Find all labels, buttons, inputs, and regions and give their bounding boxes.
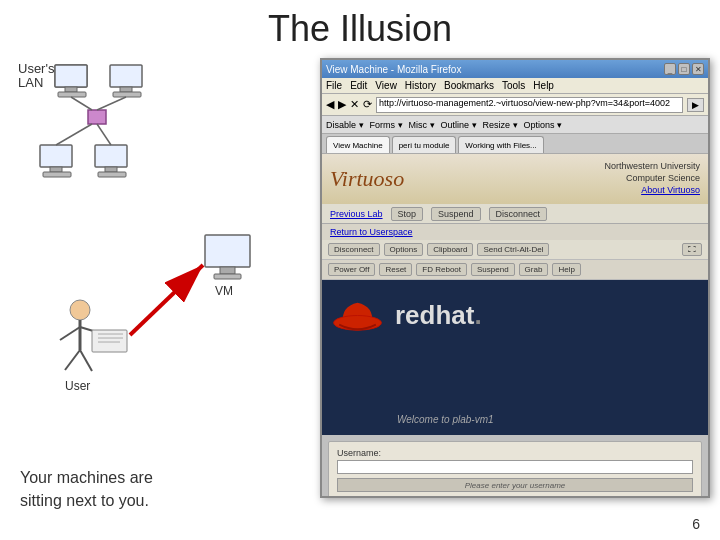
svg-rect-5 <box>58 92 86 97</box>
svg-text:User's: User's <box>18 61 55 76</box>
svg-rect-7 <box>120 87 132 92</box>
tabs-bar: View Machine peri tu module Working with… <box>322 134 708 154</box>
maximize-button[interactable]: □ <box>678 63 690 75</box>
svg-rect-13 <box>50 167 62 172</box>
window-controls[interactable]: _ □ ✕ <box>664 63 704 75</box>
university-name: Northwestern University <box>604 161 700 173</box>
go-button[interactable]: ▶ <box>687 98 704 112</box>
close-button[interactable]: ✕ <box>692 63 704 75</box>
menu-bookmarks[interactable]: Bookmarks <box>444 80 494 91</box>
svg-rect-17 <box>98 172 126 177</box>
username-input[interactable] <box>337 460 693 474</box>
svg-rect-21 <box>220 267 235 274</box>
svg-rect-4 <box>65 87 77 92</box>
stop-btn[interactable]: Stop <box>391 207 424 221</box>
bottom-text: Your machines are sitting next to you. <box>20 467 153 512</box>
username-placeholder: Please enter your username <box>337 478 693 492</box>
breadcrumb-bar: Return to Userspace <box>322 224 708 240</box>
tab-peri-module[interactable]: peri tu module <box>392 136 457 153</box>
svg-line-18 <box>56 124 92 145</box>
username-label: Username: <box>337 448 693 458</box>
menu-edit[interactable]: Edit <box>350 80 367 91</box>
tab-working-with: Working with Files... <box>458 136 543 153</box>
bookmarks-toolbar: Disable ▾ Forms ▾ Misc ▾ Outline ▾ Resiz… <box>322 116 708 134</box>
login-box: Username: Please enter your username <box>328 441 702 498</box>
stop-button[interactable]: ✕ <box>350 98 359 111</box>
menu-tools[interactable]: Tools <box>502 80 525 91</box>
reload-button[interactable]: ⟳ <box>363 98 372 111</box>
svg-line-10 <box>71 97 92 110</box>
redhat-hat-icon <box>330 288 385 343</box>
menu-history[interactable]: History <box>405 80 436 91</box>
menu-bar: File Edit View History Bookmarks Tools H… <box>322 78 708 94</box>
northwestern-info: Northwestern University Computer Science… <box>604 161 700 196</box>
page-title: The Illusion <box>0 0 720 54</box>
firefox-window: View Machine - Mozilla Firefox _ □ ✕ Fil… <box>320 58 710 498</box>
options-action[interactable]: Options <box>384 243 424 256</box>
svg-text:LAN: LAN <box>18 75 43 90</box>
disconnect-action[interactable]: Disconnect <box>328 243 380 256</box>
bottom-text-line2: sitting next to you. <box>20 490 153 512</box>
svg-rect-30 <box>92 330 127 352</box>
previous-lab-link[interactable]: Previous Lab <box>330 209 383 219</box>
suspend-btn[interactable]: Suspend <box>431 207 481 221</box>
back-button[interactable]: ◀ <box>326 98 334 111</box>
menu-help[interactable]: Help <box>533 80 554 91</box>
svg-rect-15 <box>95 145 127 167</box>
svg-rect-12 <box>40 145 72 167</box>
redhat-brand-text: redhat. <box>395 300 482 331</box>
minimize-button[interactable]: _ <box>664 63 676 75</box>
svg-rect-20 <box>205 235 250 267</box>
svg-point-38 <box>334 316 382 331</box>
svg-rect-9 <box>88 110 106 124</box>
disconnect-btn[interactable]: Disconnect <box>489 207 548 221</box>
svg-line-29 <box>80 350 92 371</box>
fullscreen-btn[interactable]: ⛶ <box>682 243 702 256</box>
virtuoso-header: Virtuoso Northwestern University Compute… <box>322 154 708 204</box>
svg-line-19 <box>97 124 111 145</box>
breadcrumb-link[interactable]: Return to Userspace <box>330 227 413 237</box>
vm-action-bar-2: Power Off Reset FD Reboot Suspend Grab H… <box>322 260 708 280</box>
forward-button[interactable]: ▶ <box>338 98 346 111</box>
toolbar-item-forms[interactable]: Forms ▾ <box>370 120 403 130</box>
ctrl-alt-del-action[interactable]: Send Ctrl-Alt-Del <box>477 243 549 256</box>
toolbar-item-images[interactable]: Misc ▾ <box>409 120 435 130</box>
bottom-text-line1: Your machines are <box>20 467 153 489</box>
menu-view[interactable]: View <box>375 80 397 91</box>
svg-line-26 <box>60 327 80 340</box>
tab-view-machine[interactable]: View Machine <box>326 136 390 153</box>
toolbar-item-options[interactable]: Options ▾ <box>524 120 563 130</box>
svg-text:VM: VM <box>215 284 233 298</box>
url-bar[interactable]: http://virtuoso-management2.~virtuoso/vi… <box>376 97 683 113</box>
svg-line-28 <box>65 350 80 370</box>
titlebar: View Machine - Mozilla Firefox _ □ ✕ <box>322 60 708 78</box>
menu-file[interactable]: File <box>326 80 342 91</box>
dept-name: Computer Science <box>604 173 700 185</box>
svg-rect-16 <box>105 167 117 172</box>
svg-point-24 <box>70 300 90 320</box>
reset-btn[interactable]: Reset <box>379 263 412 276</box>
window-title: View Machine - Mozilla Firefox <box>326 64 461 75</box>
page-number: 6 <box>692 516 700 532</box>
network-diagram: User's LAN VM User <box>10 55 310 435</box>
help-btn[interactable]: Help <box>552 263 580 276</box>
clipboard-action[interactable]: Clipboard <box>427 243 473 256</box>
about-link[interactable]: About Virtuoso <box>604 185 700 197</box>
redhat-screen: redhat. Welcome to plab-vm1 <box>322 280 708 435</box>
vm-action-bar: Disconnect Options Clipboard Send Ctrl-A… <box>322 240 708 260</box>
svg-rect-14 <box>43 172 71 177</box>
suspend-vm-btn[interactable]: Suspend <box>471 263 515 276</box>
svg-text:User: User <box>65 379 90 393</box>
svg-line-36 <box>130 265 203 335</box>
grab-btn[interactable]: Grab <box>519 263 549 276</box>
toolbar-item-resize[interactable]: Resize ▾ <box>483 120 518 130</box>
svg-rect-6 <box>110 65 142 87</box>
svg-rect-8 <box>113 92 141 97</box>
welcome-text: Welcome to plab-vm1 <box>397 414 494 425</box>
toolbar-item-disable[interactable]: Disable ▾ <box>326 120 364 130</box>
poweroff-btn[interactable]: Power Off <box>328 263 375 276</box>
fdreboot-btn[interactable]: FD Reboot <box>416 263 467 276</box>
navigation-toolbar: ◀ ▶ ✕ ⟳ http://virtuoso-management2.~vir… <box>322 94 708 116</box>
virtuoso-logo: Virtuoso <box>330 166 404 192</box>
toolbar-item-outline[interactable]: Outline ▾ <box>441 120 477 130</box>
